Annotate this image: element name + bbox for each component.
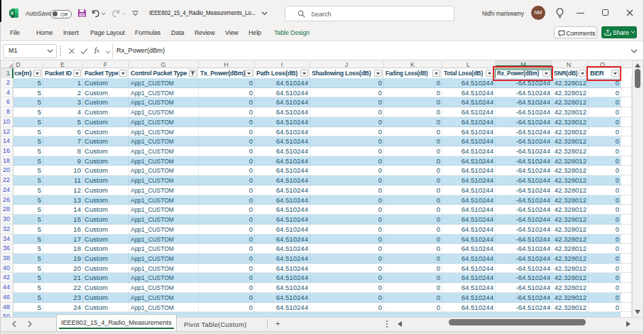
svg-text:X: X [11,11,14,16]
